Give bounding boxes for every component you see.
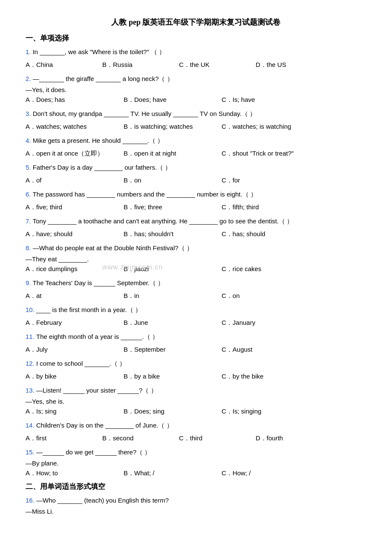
question-number: 10. xyxy=(26,306,36,313)
question-text: —______ do we get ______ there?（ ） xyxy=(36,448,151,456)
question-number: 9. xyxy=(26,279,33,286)
option-C: C．has; should xyxy=(222,228,315,240)
question-line: 3. Don't shout, my grandpa _______ TV. H… xyxy=(26,108,366,120)
options-row: A．open it at once（立即）B．open it at nightC… xyxy=(26,148,366,159)
dialog-line: —Yes, she is. xyxy=(26,398,366,405)
option-A: A．open it at once（立即） xyxy=(26,148,119,159)
options-row: A．Is; singB．Does; singC．Is; singing xyxy=(26,406,366,417)
options-row: A．FebruaryB．JuneC．January xyxy=(26,317,366,328)
option-B: B．in xyxy=(124,290,217,301)
option-A: A．at xyxy=(26,290,119,301)
option-A: A．July xyxy=(26,344,119,355)
question-line: 13. —Listen! ______ your sister ______?（… xyxy=(26,385,366,396)
section2-question-block: 16. —Who _______ (teach) you English thi… xyxy=(26,495,366,515)
option-A: A．How; to xyxy=(26,468,119,479)
question-line: 4. Mike gets a present. He should ______… xyxy=(26,135,366,147)
question-text: Mike gets a present. He should _______.（… xyxy=(33,137,164,144)
option-B: B．Does; sing xyxy=(124,406,217,417)
page-title: 人教 pep 版英语五年级下学期期末复习试题测试卷 xyxy=(26,17,366,27)
section2-header: 二、用单词适当形式填空 xyxy=(26,482,366,491)
option-A: A．February xyxy=(26,317,119,328)
question-number: 11. xyxy=(26,333,36,340)
question-text: The eighth month of a year is ______.（ ） xyxy=(36,333,159,340)
question-line: 10. ____ is the first month in a year.（ … xyxy=(26,304,366,316)
option-C: C．third xyxy=(179,433,251,444)
options-row: A．Does; hasB．Does; haveC．Is; have xyxy=(26,94,366,105)
option-B: B．is watching; watches xyxy=(124,121,217,132)
dialog-line: —By plane. xyxy=(26,460,366,467)
question-block: 5. Father's Day is a day ________ our fa… xyxy=(26,162,366,185)
option-C: C．shout "Trick or treat?" xyxy=(222,148,315,159)
option-C: C．August xyxy=(222,344,315,355)
question-text: Tony ________ a toothache and can't eat … xyxy=(33,217,294,225)
options-row: A．five; thirdB．five; threeC．fifth; third xyxy=(26,202,366,213)
question-block: 8. —What do people eat at the Double Nin… xyxy=(26,243,366,274)
question-line: 15. —______ do we get ______ there?（ ） xyxy=(26,447,366,458)
question-line: 11. The eighth month of a year is ______… xyxy=(26,331,366,343)
question-number: 6. xyxy=(26,191,33,198)
dialog-line: —Miss Li. xyxy=(26,508,366,515)
option-C: C．January xyxy=(222,317,315,328)
option-C: C．Is; singing xyxy=(222,406,315,417)
question-number: 7. xyxy=(26,217,33,225)
options-row: A．ofB．onC．for xyxy=(26,175,366,186)
question-block: 6. The password has ________ numbers and… xyxy=(26,189,366,212)
options-row: A．by bikeB．by a bikeC．by the bike xyxy=(26,371,366,382)
section2-question-line: 16. —Who _______ (teach) you English thi… xyxy=(26,495,366,506)
option-C: C．rice cakes xyxy=(222,263,315,275)
option-B: B．Russia xyxy=(102,59,175,70)
question-line: 5. Father's Day is a day ________ our fa… xyxy=(26,162,366,173)
options-row: A．atB．inC．on xyxy=(26,290,366,301)
option-C: C．for xyxy=(222,175,315,186)
option-A: A．Does; has xyxy=(26,94,119,105)
question-number: 15. xyxy=(26,448,36,456)
question-number: 2. xyxy=(26,75,33,82)
question-text: Children's Day is on the ________ of Jun… xyxy=(36,422,173,429)
option-B: B．September xyxy=(124,344,217,355)
question-text: ____ is the first month in a year.（ ） xyxy=(36,306,141,313)
question-block: 9. The Teachers' Day is ______ September… xyxy=(26,278,366,301)
options-row: A．ChinaB．RussiaC．the UKD．the US xyxy=(26,59,366,70)
question-number: 13. xyxy=(26,387,36,394)
option-B: B．jiaozi xyxy=(124,263,217,275)
dialog-line: —They eat ________. xyxy=(26,255,366,263)
dialog-line: —Yes, it does. xyxy=(26,86,366,93)
question-line: 2. —_______ the giraffe _______ a long n… xyxy=(26,73,366,85)
question-block: 4. Mike gets a present. He should ______… xyxy=(26,135,366,159)
option-B: B．on xyxy=(124,175,217,186)
option-A: A．by bike xyxy=(26,371,119,382)
option-A: A．of xyxy=(26,175,119,186)
option-B: B．Does; have xyxy=(124,94,217,105)
question-line: 7. Tony ________ a toothache and can't e… xyxy=(26,216,366,227)
option-A: A．watches; watches xyxy=(26,121,119,132)
question-number: 4. xyxy=(26,137,33,144)
option-B: B．What; / xyxy=(124,468,217,479)
question-text: —_______ the giraffe _______ a long neck… xyxy=(33,75,173,82)
question-block: 2. —_______ the giraffe _______ a long n… xyxy=(26,73,366,105)
option-D: D．the US xyxy=(256,59,328,70)
option-A: A．China xyxy=(26,59,98,70)
option-C: C．watches; is watching xyxy=(222,121,315,132)
question-line: 1. In _______, we ask "Where is the toil… xyxy=(26,46,366,58)
question-block: 10. ____ is the first month in a year.（ … xyxy=(26,304,366,328)
question-number: 16. xyxy=(26,497,36,504)
option-A: A．Is; sing xyxy=(26,406,119,417)
option-A: A．have; should xyxy=(26,228,119,240)
question-number: 14. xyxy=(26,422,36,429)
option-A: A．rice dumplings xyxy=(26,263,119,275)
section1-header: 一、单项选择 xyxy=(26,33,366,43)
option-D: D．fourth xyxy=(256,433,328,444)
option-A: A．first xyxy=(26,433,98,444)
question-number: 5. xyxy=(26,164,33,171)
question-block: 14. Children's Day is on the ________ of… xyxy=(26,420,366,443)
question-line: 12. I come to school _______.（ ） xyxy=(26,358,366,370)
question-block: 13. —Listen! ______ your sister ______?（… xyxy=(26,385,366,416)
option-B: B．second xyxy=(102,433,175,444)
question-block: 11. The eighth month of a year is ______… xyxy=(26,331,366,355)
option-C: C．on xyxy=(222,290,315,301)
question-text: —Who _______ (teach) you English this te… xyxy=(36,497,169,504)
question-text: I come to school _______.（ ） xyxy=(36,360,126,367)
question-block: 12. I come to school _______.（ ）A．by bik… xyxy=(26,358,366,382)
question-text: The Teachers' Day is ______ September.（ … xyxy=(33,279,164,286)
question-number: 12. xyxy=(26,360,36,367)
